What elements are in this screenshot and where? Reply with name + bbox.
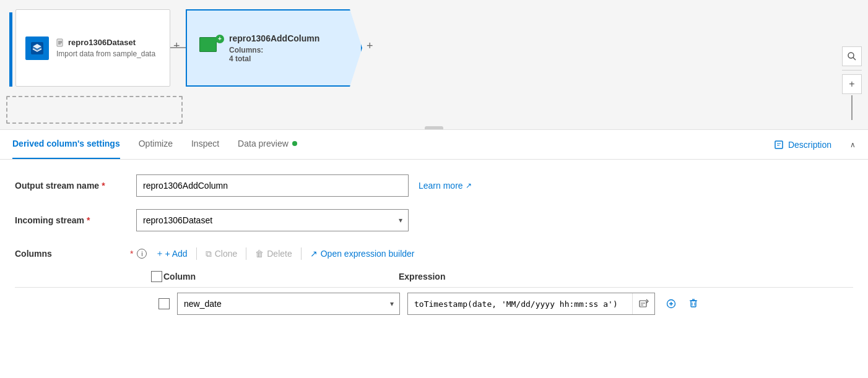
dataset-file-icon <box>56 38 65 47</box>
columns-info-icon[interactable]: i <box>137 249 147 259</box>
tab-data-preview[interactable]: Data preview <box>238 130 297 159</box>
tab-inspect[interactable]: Inspect <box>191 130 219 159</box>
delete-icon: 🗑 <box>255 249 264 259</box>
incoming-stream-required: * <box>87 215 90 225</box>
canvas-area: repro1306Dataset Import data from sample… <box>0 0 868 130</box>
panel-collapse-button[interactable]: ∧ <box>850 140 856 149</box>
addcol-node[interactable]: + repro1306AddColumn Columns: 4 total <box>186 9 362 87</box>
columns-section: Columns * i ＋ + Add ⧉ Clone 🗑 Delete <box>0 244 868 315</box>
row-add-icon <box>666 299 676 309</box>
add-icon: ＋ <box>155 248 164 259</box>
row-add-button[interactable] <box>662 295 680 312</box>
row-delete-icon <box>688 299 698 309</box>
open-expression-builder-button[interactable]: ↗ Open expression builder <box>302 244 423 264</box>
column-header: Column <box>163 272 399 281</box>
dataset-node[interactable]: repro1306Dataset Import data from sample… <box>15 9 170 87</box>
dashed-placeholder-box <box>6 96 183 124</box>
tab-optimize[interactable]: Optimize <box>139 130 173 159</box>
column-select[interactable]: new_date <box>177 293 400 315</box>
row-action-buttons <box>662 295 702 312</box>
expression-builder-inline-button[interactable] <box>632 293 654 314</box>
columns-header-row: Column Expression <box>15 271 853 288</box>
addcol-icon: + <box>199 37 222 59</box>
description-icon <box>775 140 784 150</box>
add-button[interactable]: ＋ + Add <box>147 244 196 264</box>
table-row: new_date ▾ <box>15 293 853 315</box>
expression-input[interactable] <box>408 299 632 309</box>
external-link-icon: ↗ <box>466 181 472 190</box>
addcol-info: repro1306AddColumn Columns: 4 total <box>229 33 319 63</box>
svg-point-5 <box>848 53 854 58</box>
columns-toolbar: ＋ + Add ⧉ Clone 🗑 Delete ↗ Open expressi… <box>147 244 423 264</box>
columns-required: * <box>130 249 133 259</box>
delete-button[interactable]: 🗑 Delete <box>246 244 300 264</box>
columns-label: Columns <box>15 249 126 259</box>
expression-header: Expression <box>399 272 853 281</box>
output-stream-input[interactable] <box>136 174 409 197</box>
incoming-stream-label: Incoming stream * <box>15 215 126 225</box>
incoming-stream-select-wrap: repro1306Dataset ▾ <box>136 209 409 231</box>
tab-derived-column-settings[interactable]: Derived column's settings <box>12 130 120 159</box>
svg-line-6 <box>853 58 856 60</box>
zoom-in-button[interactable]: + <box>842 74 862 94</box>
column-select-wrap: new_date ▾ <box>177 293 400 315</box>
svg-rect-7 <box>775 141 783 148</box>
expression-builder-inline-icon <box>639 299 649 309</box>
left-blue-bar <box>9 12 12 87</box>
dataset-info: repro1306Dataset Import data from sample… <box>56 38 155 58</box>
description-button[interactable]: Description <box>775 140 831 150</box>
select-all-checkbox[interactable] <box>151 271 162 282</box>
columns-label-wrap: Columns * i <box>15 249 147 259</box>
addcol-name: repro1306AddColumn <box>229 33 319 43</box>
expression-builder-icon: ↗ <box>310 249 318 259</box>
collapse-handle[interactable] <box>425 126 443 130</box>
clone-button[interactable]: ⧉ Clone <box>197 244 246 264</box>
bottom-panel: Derived column's settings Optimize Inspe… <box>0 130 868 378</box>
canvas-toolbar: + <box>842 46 862 120</box>
header-check-box[interactable] <box>151 271 163 282</box>
output-stream-row: Output stream name * Learn more ↗ <box>15 174 853 197</box>
data-preview-dot <box>292 141 297 146</box>
addcol-sub: Columns: 4 total <box>229 46 319 63</box>
dataset-subtitle: Import data from sample_data <box>56 49 155 58</box>
row-delete-button[interactable] <box>685 295 702 312</box>
dataset-icon <box>25 37 49 60</box>
output-stream-label: Output stream name * <box>15 181 126 191</box>
form-area: Output stream name * Learn more ↗ Incomi… <box>0 160 868 231</box>
incoming-stream-select[interactable]: repro1306Dataset <box>136 209 409 231</box>
svg-rect-10 <box>640 301 646 307</box>
svg-rect-16 <box>691 301 696 307</box>
plus-connector-right[interactable]: + <box>367 40 373 53</box>
clone-icon: ⧉ <box>206 249 212 259</box>
expression-input-wrap <box>407 293 655 315</box>
output-stream-required: * <box>102 181 105 191</box>
row-checkbox[interactable] <box>158 298 170 309</box>
incoming-stream-row: Incoming stream * repro1306Dataset ▾ <box>15 209 853 231</box>
dataset-name: repro1306Dataset <box>56 38 155 47</box>
search-button[interactable] <box>842 46 862 66</box>
tabs-bar: Derived column's settings Optimize Inspe… <box>0 130 868 160</box>
learn-more-link[interactable]: Learn more ↗ <box>419 181 472 191</box>
